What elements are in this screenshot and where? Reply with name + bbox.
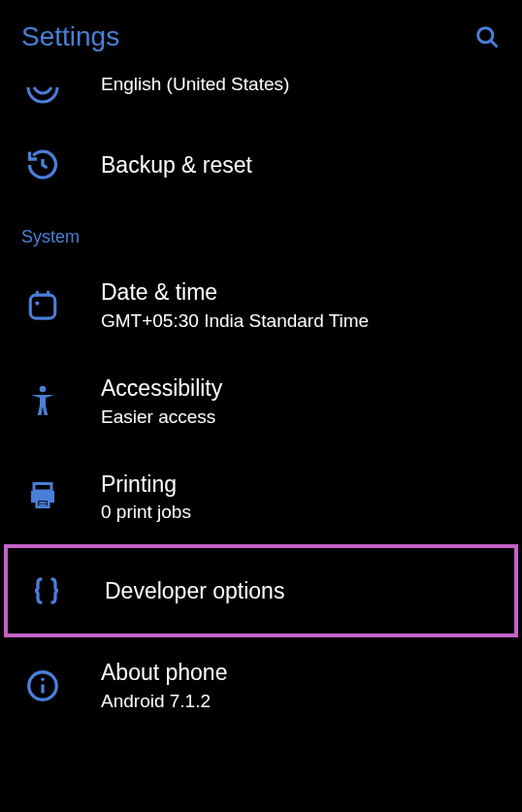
svg-rect-2: [30, 295, 55, 318]
settings-item-title: Accessibility: [101, 374, 222, 403]
page-title: Settings: [21, 21, 119, 52]
svg-point-6: [40, 386, 47, 393]
settings-item-title: About phone: [101, 659, 227, 687]
app-header: Settings: [0, 0, 522, 70]
svg-line-1: [491, 41, 498, 48]
settings-item-about[interactable]: About phone Android 7.1.2: [0, 637, 522, 733]
svg-point-5: [35, 302, 39, 306]
braces-icon: [25, 573, 68, 608]
settings-item-title: Printing: [101, 471, 191, 499]
settings-item-backup[interactable]: Backup & reset: [0, 122, 522, 208]
svg-point-14: [41, 677, 45, 681]
settings-item-datetime[interactable]: Date & time GMT+05:30 India Standard Tim…: [0, 257, 522, 353]
section-header-system: System: [0, 208, 522, 257]
settings-item-title: Backup & reset: [101, 151, 252, 179]
svg-point-11: [49, 493, 52, 496]
restore-icon: [21, 147, 64, 182]
settings-item-subtitle: English (United States): [101, 74, 289, 95]
svg-point-0: [478, 28, 493, 43]
calendar-icon: [21, 288, 64, 321]
settings-item-printing[interactable]: Printing 0 print jobs: [0, 449, 522, 545]
highlighted-item: Developer options: [4, 544, 518, 637]
settings-item-title: Date & time: [101, 278, 369, 307]
search-icon[interactable]: [473, 23, 501, 50]
svg-rect-7: [34, 483, 51, 491]
accessibility-icon: [21, 383, 64, 418]
globe-icon: [21, 70, 64, 105]
printer-icon: [21, 479, 64, 514]
settings-list[interactable]: English (United States) Backup & reset S…: [0, 70, 522, 733]
settings-item-subtitle: GMT+05:30 India Standard Time: [101, 310, 369, 332]
settings-item-languages[interactable]: English (United States): [0, 70, 522, 122]
settings-item-subtitle: 0 print jobs: [101, 502, 191, 523]
settings-item-subtitle: Android 7.1.2: [101, 691, 227, 712]
settings-item-developer[interactable]: Developer options: [25, 548, 514, 633]
settings-item-subtitle: Easier access: [101, 406, 222, 428]
settings-item-accessibility[interactable]: Accessibility Easier access: [0, 353, 522, 449]
settings-item-title: Developer options: [105, 577, 284, 605]
info-icon: [21, 668, 64, 703]
